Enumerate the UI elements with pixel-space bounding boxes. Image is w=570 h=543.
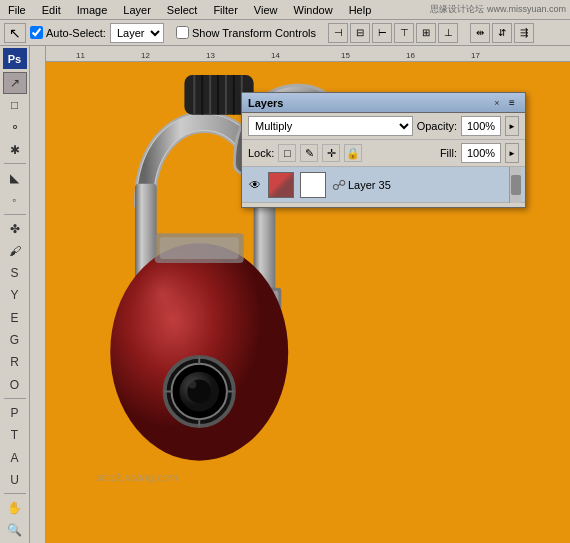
layer-mask-thumbnail [300,172,326,198]
fill-label: Fill: [440,147,457,159]
menu-image[interactable]: Image [69,2,116,18]
distribute-h-icon[interactable]: ⇹ [470,23,490,43]
lock-paint-btn[interactable]: ✎ [300,144,318,162]
menu-view[interactable]: View [246,2,286,18]
align-center-h-icon[interactable]: ⊟ [350,23,370,43]
menu-file[interactable]: File [0,2,34,18]
opacity-arrow-btn[interactable]: ► [505,116,519,136]
menu-select[interactable]: Select [159,2,206,18]
svg-point-16 [165,357,234,426]
lasso-tool[interactable]: ⚬ [3,117,27,138]
canvas-watermark: stock.xchng.com [96,471,178,483]
layer-chain-icon: ☍ [332,177,346,193]
ruler-mark: 15 [341,51,350,60]
show-transform-checkbox[interactable] [176,26,189,39]
blend-mode-select[interactable]: Multiply [248,116,413,136]
move-tool[interactable]: ↗ [3,72,27,93]
tool-separator-4 [4,493,26,494]
lock-transparent-btn[interactable]: □ [278,144,296,162]
menu-help[interactable]: Help [341,2,380,18]
crop-tool[interactable]: ◣ [3,167,27,188]
menu-filter[interactable]: Filter [205,2,245,18]
ruler-left [30,46,46,543]
align-top-icon[interactable]: ⊤ [394,23,414,43]
svg-rect-25 [155,233,244,263]
align-bottom-icon[interactable]: ⊥ [438,23,458,43]
gradient-tool[interactable]: G [3,329,27,350]
fill-input[interactable] [461,143,501,163]
svg-rect-26 [160,237,239,259]
main-area: Ps ↗ □ ⚬ ✱ ◣ ◦ ✤ 🖌 S Y E G R O P T A U ✋… [0,46,570,543]
svg-rect-10 [132,315,160,331]
layers-panel-close-btn[interactable]: × [491,97,503,109]
layer-name: Layer 35 [348,179,509,191]
align-center-v-icon[interactable]: ⊞ [416,23,436,43]
lock-label: Lock: [248,147,274,159]
auto-select-dropdown[interactable]: Layer [110,23,164,43]
pen-tool[interactable]: P [3,402,27,423]
svg-rect-8 [135,184,157,342]
blur-tool[interactable]: R [3,352,27,373]
layer-thumb-content [269,173,293,197]
tool-separator-2 [4,214,26,215]
svg-point-19 [187,380,211,404]
fill-arrow-btn[interactable]: ► [505,143,519,163]
menu-edit[interactable]: Edit [34,2,69,18]
history-brush-tool[interactable]: Y [3,285,27,306]
layers-panel: Layers × ≡ Multiply Opacity: ► [241,92,526,208]
align-left-icon[interactable]: ⊣ [328,23,348,43]
lock-position-btn[interactable]: ✛ [322,144,340,162]
ruler-marks-top: 11 12 13 14 15 16 17 [46,46,570,62]
lock-all-btn[interactable]: 🔒 [344,144,362,162]
hand-tool[interactable]: ✋ [3,497,27,518]
ruler-mark: 16 [406,51,415,60]
menu-layer[interactable]: Layer [115,2,159,18]
svg-point-17 [172,364,227,419]
svg-rect-13 [251,291,279,307]
distribute-v-icon[interactable]: ⇵ [492,23,512,43]
layers-title-controls: × ≡ [491,96,519,110]
layers-panel-menu-btn[interactable]: ≡ [505,96,519,110]
toolbar: ↖ Auto-Select: Layer Show Transform Cont… [0,20,570,46]
svg-rect-12 [248,288,282,310]
magic-wand-tool[interactable]: ✱ [3,139,27,160]
dodge-tool[interactable]: O [3,374,27,395]
opacity-label: Opacity: [417,120,457,132]
ruler-mark: 11 [76,51,85,60]
auto-select-label: Auto-Select: [46,27,106,39]
distribute-3-icon[interactable]: ⇶ [514,23,534,43]
eraser-tool[interactable]: E [3,307,27,328]
lock-row: Lock: □ ✎ ✛ 🔒 Fill: ► [242,140,525,167]
tool-separator-3 [4,398,26,399]
svg-point-18 [179,372,219,412]
menu-window[interactable]: Window [286,2,341,18]
ruler-top: 11 12 13 14 15 16 17 [30,46,570,62]
brush-tool[interactable]: 🖌 [3,240,27,261]
auto-select-checkbox-group: Auto-Select: [30,26,106,39]
canvas-area[interactable]: 11 12 13 14 15 16 17 [30,46,570,543]
layer-row[interactable]: 👁 ☍ Layer 35 [242,167,525,203]
ruler-mark: 13 [206,51,215,60]
spot-heal-tool[interactable]: ✤ [3,218,27,239]
move-tool-arrow[interactable]: ↖ [4,23,26,43]
layer-scroll[interactable] [509,167,521,203]
scroll-thumb [511,175,521,195]
auto-select-checkbox[interactable] [30,26,43,39]
opacity-input[interactable] [461,116,501,136]
shape-tool[interactable]: U [3,469,27,490]
svg-rect-9 [129,312,163,334]
marquee-tool[interactable]: □ [3,95,27,116]
toolbox: Ps ↗ □ ⚬ ✱ ◣ ◦ ✤ 🖌 S Y E G R O P T A U ✋… [0,46,30,543]
align-right-icon[interactable]: ⊢ [372,23,392,43]
layers-title-bar: Layers × ≡ [242,93,525,113]
zoom-tool[interactable]: 🔍 [3,520,27,541]
svg-point-20 [188,381,196,389]
layer-visibility-toggle[interactable]: 👁 [246,176,264,194]
clone-stamp-tool[interactable]: S [3,263,27,284]
toolbar-align-icons: ⊣ ⊟ ⊢ ⊤ ⊞ ⊥ ⇹ ⇵ ⇶ [328,23,534,43]
text-tool[interactable]: T [3,425,27,446]
show-transform-label: Show Transform Controls [192,27,316,39]
slice-tool[interactable]: ◦ [3,190,27,211]
ruler-mark: 14 [271,51,280,60]
path-select-tool[interactable]: A [3,447,27,468]
